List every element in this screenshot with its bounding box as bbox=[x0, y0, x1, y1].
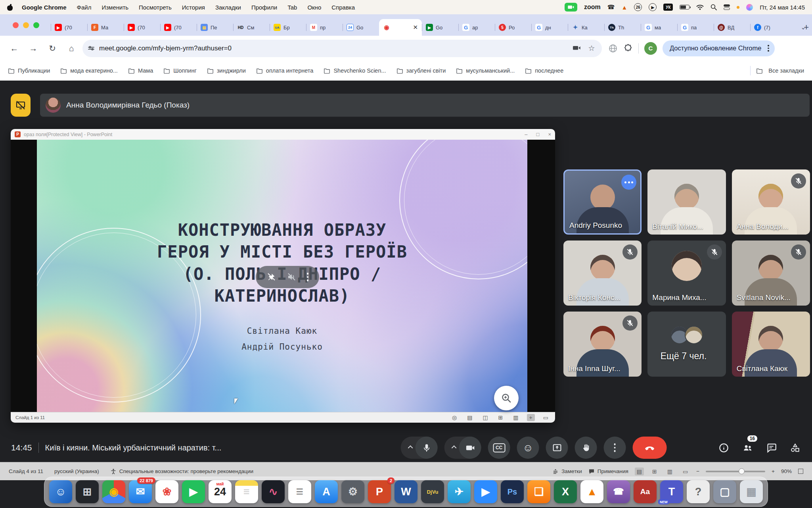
dock-icon-powerpoint[interactable]: P 2 bbox=[368, 480, 391, 503]
accessibility-status[interactable]: Специальные возможности: проверьте реком… bbox=[110, 468, 254, 475]
participants-button[interactable]: 16 bbox=[741, 442, 753, 454]
site-info-icon[interactable] bbox=[88, 47, 94, 50]
bookmark[interactable]: Шоппинг bbox=[163, 67, 196, 74]
bookmark[interactable]: Публикации bbox=[8, 67, 50, 74]
dock-icon-finder[interactable]: ☺ bbox=[49, 480, 72, 503]
dock-icon-app-store[interactable]: A bbox=[315, 480, 338, 503]
slideshow-button[interactable]: ▭ bbox=[681, 468, 690, 475]
browser-tab[interactable]: @ ВД bbox=[714, 19, 750, 36]
bookmark[interactable]: последнее bbox=[525, 67, 563, 74]
dock-icon-help[interactable]: ? bbox=[687, 480, 710, 503]
profile-avatar[interactable]: C bbox=[644, 42, 657, 55]
normal-view-button[interactable]: ▤ bbox=[635, 468, 644, 475]
browser-tab[interactable]: G ма bbox=[641, 19, 677, 36]
all-bookmarks[interactable]: Все закладки bbox=[750, 66, 804, 75]
mic-control[interactable] bbox=[401, 437, 438, 459]
wifi-icon[interactable] bbox=[696, 4, 704, 10]
menu-item[interactable]: Профили bbox=[251, 4, 277, 11]
fit-to-window-icon[interactable] bbox=[798, 469, 803, 474]
browser-tab[interactable]: ▶ Go bbox=[422, 19, 458, 36]
bookmark[interactable]: зинджирли bbox=[207, 67, 246, 74]
notes-icon[interactable]: ▤ bbox=[465, 414, 474, 421]
participant-tile[interactable]: Svitlana Novik... bbox=[732, 241, 810, 306]
dock-icon-zoom[interactable]: ▶ bbox=[474, 480, 497, 503]
browser-tab[interactable]: 24 Go bbox=[343, 19, 379, 36]
captions-button[interactable]: CC bbox=[488, 437, 510, 459]
search-icon[interactable] bbox=[710, 4, 717, 10]
accessibility-icon[interactable]: ◎ bbox=[450, 414, 459, 421]
participant-tile[interactable]: Віталій Мико... bbox=[647, 169, 726, 235]
browser-tab[interactable]: M пр bbox=[306, 19, 343, 36]
control-center-icon[interactable] bbox=[724, 4, 730, 10]
minimize-window-button[interactable] bbox=[23, 22, 29, 28]
language-status[interactable]: русский (Украина) bbox=[54, 468, 99, 474]
dock-icon-books[interactable]: ❏ bbox=[527, 480, 550, 503]
extensions-icon[interactable] bbox=[623, 44, 633, 53]
browser-tab[interactable]: 5 Ро bbox=[495, 19, 531, 36]
menu-item[interactable]: Закладки bbox=[215, 4, 241, 11]
browser-menu-icon[interactable] bbox=[766, 45, 771, 52]
comments-icon[interactable]: ◫ bbox=[481, 414, 490, 421]
url-text[interactable]: meet.google.com/mfy-bjem-yrm?authuser=0 bbox=[99, 44, 568, 52]
participant-tile[interactable]: Ещё 7 чел. bbox=[647, 312, 726, 377]
camera-button[interactable] bbox=[459, 437, 481, 459]
browser-tab[interactable]: f (7) bbox=[750, 19, 787, 36]
minimize-icon[interactable]: – bbox=[525, 131, 527, 137]
camera-control[interactable] bbox=[444, 437, 481, 459]
zoom-slider-knob[interactable] bbox=[739, 468, 745, 474]
bookmark[interactable]: Shevchenko Scien... bbox=[324, 67, 386, 74]
chat-button[interactable] bbox=[765, 442, 777, 454]
more-options-button[interactable] bbox=[604, 437, 626, 459]
close-icon[interactable]: × bbox=[548, 131, 551, 137]
camera-options-chevron-icon[interactable] bbox=[452, 445, 457, 450]
tab-overflow-chevron-icon[interactable]: ⌄ bbox=[801, 24, 806, 31]
tab-close-icon[interactable]: ✕ bbox=[413, 24, 418, 31]
menu-item[interactable]: Справка bbox=[331, 4, 355, 11]
present-button[interactable] bbox=[546, 437, 568, 459]
play-icon[interactable]: ▶ bbox=[649, 3, 657, 11]
menu-item[interactable]: Окно bbox=[307, 4, 321, 11]
browser-tab[interactable]: ▶ (70 bbox=[51, 19, 87, 36]
browser-tab[interactable]: Th Th bbox=[604, 19, 641, 36]
close-window-button[interactable] bbox=[13, 22, 19, 28]
dock-icon-reminders[interactable]: ☰ bbox=[288, 480, 311, 503]
back-button[interactable]: ← bbox=[6, 40, 22, 56]
raise-hand-button[interactable] bbox=[575, 437, 597, 459]
home-button[interactable]: ⌂ bbox=[63, 40, 79, 56]
bookmark[interactable]: мусульманський... bbox=[456, 67, 515, 74]
dock-icon-viber[interactable]: ☎ bbox=[607, 480, 630, 503]
menu-item[interactable]: Файл bbox=[77, 4, 92, 11]
more-icon[interactable]: ▭ bbox=[541, 414, 550, 421]
browser-tab[interactable]: ▤ Пе bbox=[197, 19, 233, 36]
presenter-banner[interactable]: Анна Володимирівна Гедьо (Показ) bbox=[40, 94, 810, 117]
dock-icon-mail[interactable]: ✉ 22 879 bbox=[129, 480, 152, 503]
participant-tile[interactable]: Вікторія Конс... bbox=[563, 241, 642, 306]
menu-item[interactable]: Tab bbox=[287, 4, 297, 11]
dock-icon-notes[interactable]: ≡ bbox=[235, 480, 258, 503]
participant-tile[interactable]: Andriy Posunko bbox=[563, 169, 642, 235]
notes-toggle[interactable]: Заметки bbox=[552, 468, 582, 475]
apple-icon[interactable] bbox=[7, 4, 13, 11]
participant-tile[interactable]: Інна Inna Шуг... bbox=[563, 312, 642, 377]
slideshow-view-icon[interactable]: + bbox=[527, 414, 535, 421]
dock-icon-launchpad[interactable]: ⊞ bbox=[76, 480, 99, 503]
dock-icon-teams[interactable]: T NEW bbox=[660, 480, 683, 503]
reading-view-icon[interactable]: ▥ bbox=[511, 414, 520, 421]
dock-icon-dictionary[interactable]: Aa bbox=[634, 480, 657, 503]
browser-tab[interactable]: HD См bbox=[233, 19, 270, 36]
battery-icon[interactable] bbox=[680, 5, 689, 10]
comments-toggle[interactable]: Примечания bbox=[588, 468, 628, 475]
mic-options-chevron-icon[interactable] bbox=[408, 445, 413, 450]
dock-icon-waveform-app[interactable]: ∿ bbox=[262, 480, 285, 503]
browser-tab[interactable]: UA Бр bbox=[270, 19, 306, 36]
maximize-icon[interactable]: □ bbox=[536, 131, 540, 137]
browser-tab[interactable]: G ар bbox=[458, 19, 495, 36]
viber-icon[interactable]: ☎ bbox=[607, 4, 615, 11]
audio-off-icon[interactable] bbox=[287, 272, 296, 282]
browser-tab[interactable]: F Ма bbox=[87, 19, 124, 36]
slide-counter[interactable]: Слайд 4 из 11 bbox=[9, 468, 43, 474]
dock-icon-green-camera[interactable]: ▶ bbox=[182, 480, 205, 503]
presentation-off-chip[interactable] bbox=[11, 94, 31, 117]
zoom-level[interactable]: 90% bbox=[781, 468, 792, 474]
dock-icon-djvu[interactable]: DjVu bbox=[421, 480, 444, 503]
